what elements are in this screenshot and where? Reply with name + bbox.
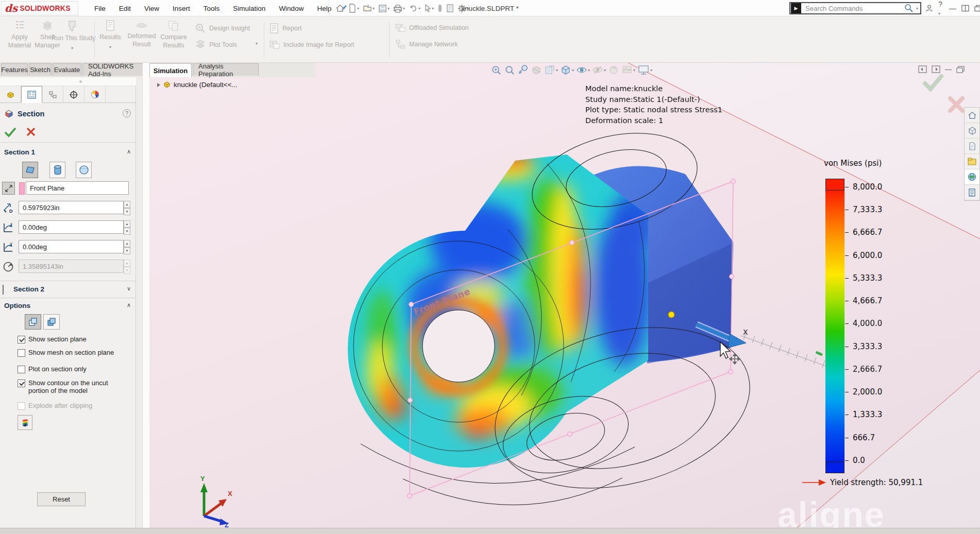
confirm-cancel-icon[interactable] — [947, 95, 966, 114]
report-button[interactable]: Report — [269, 23, 302, 34]
section2-expand-icon[interactable]: ∨ — [127, 285, 132, 290]
reference-selector-button[interactable] — [2, 182, 15, 195]
zoom-fit-icon[interactable] — [491, 64, 502, 76]
edit-appearance-sheet-icon[interactable]: ▾ — [544, 64, 558, 76]
section2-checkbox[interactable] — [3, 285, 4, 295]
menu-file[interactable]: File — [89, 2, 111, 15]
tab-analysis-preparation[interactable]: Analysis Preparation — [193, 63, 259, 76]
task-resources-icon[interactable] — [965, 123, 979, 139]
tab-feature-manager[interactable] — [0, 86, 21, 103]
help-icon[interactable]: ?▾ — [938, 0, 944, 16]
menu-tools[interactable]: Tools — [198, 2, 226, 15]
search-input[interactable]: Search Commands — [801, 5, 904, 12]
select-cursor-icon[interactable]: ▾ — [423, 3, 435, 13]
reference-plane-input[interactable]: Front Plane — [26, 181, 129, 195]
plot-tools-button[interactable]: Plot Tools — [195, 39, 237, 50]
task-web-icon[interactable] — [965, 169, 979, 185]
tab-configuration-manager[interactable] — [42, 86, 63, 103]
tab-dimxpert-manager[interactable] — [63, 86, 85, 103]
section1-collapse-icon[interactable]: ∧ — [127, 148, 132, 153]
zoom-in-out-icon[interactable] — [517, 64, 529, 76]
plot-on-section-only-checkbox[interactable] — [18, 366, 25, 373]
search-commands-box[interactable]: ▶ Search Commands ▾ — [789, 2, 921, 14]
tab-features[interactable]: Features — [1, 63, 28, 76]
undo-icon[interactable]: ▾ — [408, 3, 421, 13]
home-icon[interactable] — [334, 3, 346, 14]
plot-on-section-only-option[interactable]: Plot on section only — [18, 365, 87, 373]
rotation-x-input[interactable]: 0.00deg — [19, 220, 124, 234]
offset-spinner[interactable]: ▲▼ — [124, 201, 130, 215]
design-insight-button[interactable]: Design Insight — [195, 23, 250, 34]
options-gear-icon[interactable]: ▾ — [457, 3, 470, 14]
task-explorer-icon[interactable] — [965, 154, 979, 169]
tab-solidworks-add-ins[interactable]: SOLIDWORKS Add-Ins — [82, 63, 148, 76]
compare-results-button[interactable]: CompareResults — [159, 20, 189, 49]
tree-item-label[interactable]: knuckle (Default<<... — [174, 81, 238, 89]
open-icon[interactable]: ▾ — [362, 3, 376, 14]
deformed-result-button[interactable]: DeformedResult — [126, 20, 158, 48]
rotation-y-input[interactable]: 0.00deg — [19, 240, 124, 253]
search-caret-icon[interactable]: ▾ — [916, 6, 918, 11]
menu-window[interactable]: Window — [273, 2, 309, 15]
collapse-right-pane-icon[interactable] — [932, 65, 940, 73]
sphere-section-button[interactable] — [76, 162, 92, 178]
show-section-plane-option[interactable]: Show section plane — [18, 335, 87, 343]
confirm-ok-icon[interactable] — [922, 73, 944, 92]
section2-group-header[interactable]: Section 2 — [13, 285, 44, 293]
cylinder-section-button[interactable] — [49, 162, 65, 178]
cancel-button[interactable] — [26, 127, 36, 137]
apply-scene-icon[interactable]: ▾ — [621, 64, 635, 76]
tab-simulation[interactable]: Simulation — [149, 63, 192, 77]
tab-evaluate[interactable]: Evaluate — [53, 63, 81, 76]
restore-viewport-icon[interactable] — [956, 66, 965, 73]
menu-simulation[interactable]: Simulation — [227, 2, 271, 15]
fringe-options-button[interactable] — [18, 415, 32, 430]
clip-intersection-button[interactable] — [25, 314, 41, 330]
include-image-for-report-button[interactable]: Include Image for Report — [269, 39, 354, 50]
report-sheet-icon[interactable] — [445, 3, 455, 13]
show-mesh-checkbox[interactable] — [18, 349, 25, 357]
tab-property-manager[interactable] — [21, 86, 42, 103]
feature-tree-root[interactable]: knuckle (Default<<... — [157, 81, 238, 89]
rotation-y-spinner[interactable]: ▲▼ — [124, 240, 130, 254]
show-section-plane-checkbox[interactable] — [18, 336, 25, 343]
panel-help-icon[interactable]: ? — [123, 109, 131, 117]
view-settings-icon[interactable]: ▾ — [637, 64, 652, 76]
panel-viewport-splitter[interactable] — [136, 77, 143, 528]
section1-group-header[interactable]: Section 1 — [4, 148, 35, 156]
panel-splitter-grip[interactable] — [0, 77, 136, 86]
menu-view[interactable]: View — [139, 2, 165, 15]
reset-button[interactable]: Reset — [37, 492, 86, 506]
section-view-icon[interactable] — [531, 64, 542, 76]
tab-display-manager[interactable] — [85, 86, 106, 103]
offloaded-simulation-button[interactable]: Offloaded Simulation — [395, 23, 469, 33]
results-button[interactable]: Results ▾ — [97, 20, 124, 51]
plane-section-button[interactable] — [22, 162, 38, 178]
task-properties-icon[interactable] — [965, 185, 979, 200]
display-style-icon[interactable]: ▾ — [576, 64, 590, 76]
task-home-icon[interactable] — [965, 108, 979, 123]
view-orientation-icon[interactable]: ▾ — [560, 64, 574, 76]
clip-union-button[interactable] — [43, 314, 60, 330]
new-document-icon[interactable]: ▾ — [347, 3, 360, 14]
appearances-icon[interactable] — [608, 64, 619, 76]
run-this-study-button[interactable]: Run This Study ▾ — [52, 20, 93, 53]
manage-network-button[interactable]: Manage Network — [395, 39, 458, 49]
hide-show-items-icon[interactable]: ▾ — [592, 64, 606, 76]
menu-edit[interactable]: Edit — [113, 2, 137, 15]
show-contour-uncut-option[interactable]: Show contour on the uncut portion of the… — [18, 379, 126, 394]
options-collapse-icon[interactable]: ∧ — [127, 302, 132, 307]
rotation-x-spinner[interactable]: ▲▼ — [124, 220, 130, 235]
collapse-left-pane-icon[interactable] — [918, 65, 927, 73]
search-icon[interactable] — [904, 3, 914, 13]
menu-insert[interactable]: Insert — [167, 2, 196, 15]
selection-point-dot[interactable] — [668, 312, 674, 318]
options-group-header[interactable]: Options — [4, 302, 30, 309]
show-mesh-option[interactable]: Show mesh on section plane — [18, 349, 114, 357]
graphics-area[interactable]: Front Plane X — [143, 63, 980, 528]
zoom-area-icon[interactable] — [504, 64, 515, 76]
split-pane-icon[interactable] — [961, 5, 969, 12]
minimize-window-icon[interactable]: — — [949, 4, 956, 12]
minimize-viewport-icon[interactable]: — — [945, 65, 952, 73]
apply-material-button[interactable]: ApplyMaterial — [5, 20, 34, 49]
